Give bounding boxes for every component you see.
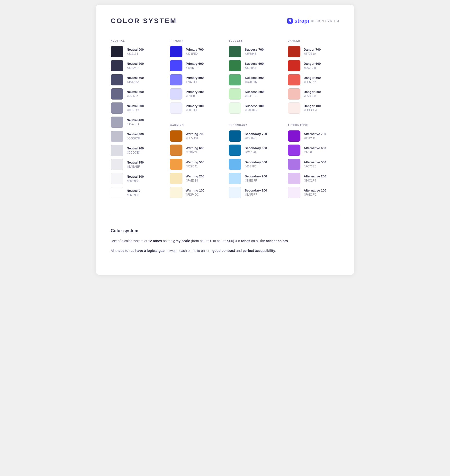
color-name: Secondary 700 bbox=[245, 132, 267, 136]
color-name: Neutral 100 bbox=[127, 174, 144, 179]
color-info: Warning 600#D9822F bbox=[186, 146, 205, 155]
color-name: Danger 700 bbox=[304, 47, 321, 52]
color-name: Success 100 bbox=[245, 104, 264, 108]
color-row: Alternative 100#F6ECFC bbox=[288, 187, 340, 198]
color-row: Neutral 800#32324D bbox=[111, 60, 162, 71]
description-title: Color system bbox=[111, 228, 339, 233]
color-info: Alternative 500#AC73E6 bbox=[304, 160, 326, 169]
color-row: Neutral 700#4A4A6A bbox=[111, 74, 162, 85]
color-swatch bbox=[170, 187, 182, 198]
color-info: Neutral 100#F6F6F9 bbox=[127, 174, 144, 183]
color-name: Warning 600 bbox=[186, 146, 205, 150]
color-info: Secondary 500#66B7F1 bbox=[245, 160, 267, 169]
color-swatch bbox=[288, 187, 300, 198]
color-info: Neutral 900#212134 bbox=[127, 47, 144, 56]
section-label-primary: PRIMARY bbox=[170, 39, 222, 42]
color-swatch bbox=[229, 60, 241, 71]
color-row: Danger 500#EE5E52 bbox=[288, 74, 340, 85]
color-hex: #4A4A6A bbox=[127, 80, 144, 84]
color-swatch bbox=[111, 117, 123, 128]
color-name: Primary 100 bbox=[186, 104, 204, 108]
brand: strapi DESIGN SYSTEM bbox=[287, 18, 339, 24]
color-swatch bbox=[229, 130, 241, 142]
section-label-danger: DANGER bbox=[288, 39, 340, 42]
color-name: Neutral 900 bbox=[127, 47, 144, 52]
color-info: Danger 100#FCECEA bbox=[304, 104, 321, 112]
strapi-logo-icon bbox=[287, 18, 293, 24]
color-swatch bbox=[288, 130, 300, 142]
color-hex: #F6ECFC bbox=[304, 193, 326, 197]
color-name: Neutral 200 bbox=[127, 146, 144, 151]
color-hex: #7B79FF bbox=[186, 80, 204, 84]
color-swatch bbox=[288, 88, 300, 100]
color-hex: #271FE0 bbox=[186, 52, 204, 56]
color-hex: #FAE7B9 bbox=[186, 179, 205, 183]
color-name: Primary 600 bbox=[186, 62, 204, 66]
color-row: Neutral 400#A5A5BA bbox=[111, 117, 162, 128]
color-row: Primary 500#7B79FF bbox=[170, 74, 222, 85]
color-row: Success 100#EAFBE7 bbox=[229, 102, 280, 114]
color-info: Success 700#2F6846 bbox=[245, 47, 264, 56]
color-row: Primary 100#F0F0FF bbox=[170, 102, 222, 114]
color-swatch bbox=[111, 131, 123, 142]
section-label-alternative: ALTERNATIVE bbox=[288, 124, 340, 127]
color-name: Neutral 0 bbox=[127, 189, 140, 193]
color-row: Secondary 500#66B7F1 bbox=[229, 159, 280, 170]
color-hex: #5CB176 bbox=[245, 80, 264, 84]
color-hex: #C6F0C2 bbox=[245, 94, 264, 98]
color-swatch bbox=[170, 102, 182, 114]
color-swatch bbox=[288, 102, 300, 114]
color-hex: #8312D1 bbox=[304, 136, 326, 140]
color-info: Warning 500#F29D41 bbox=[186, 160, 205, 169]
section-label-neutral: NEUTRAL bbox=[111, 39, 162, 42]
color-name: Neutral 700 bbox=[127, 76, 144, 80]
color-info: Success 100#EAFBE7 bbox=[245, 104, 264, 112]
color-row: Neutral 100#F6F6F9 bbox=[111, 173, 162, 184]
color-info: Success 500#5CB176 bbox=[245, 76, 264, 84]
color-row: Secondary 200#B8E1FF bbox=[229, 173, 280, 184]
color-name: Danger 500 bbox=[304, 76, 321, 80]
color-swatch bbox=[229, 102, 241, 114]
section-combined-primary-warning: PRIMARYPrimary 700#271FE0Primary 600#494… bbox=[170, 39, 222, 201]
color-swatch bbox=[229, 88, 241, 100]
color-info: Secondary 600#0C75AF bbox=[245, 146, 267, 155]
color-info: Alternative 700#8312D1 bbox=[304, 132, 326, 140]
color-info: Neutral 0#F6F6F9 bbox=[127, 189, 140, 197]
color-info: Warning 200#FAE7B9 bbox=[186, 174, 205, 183]
color-name: Secondary 500 bbox=[245, 160, 267, 165]
color-info: Warning 700#BE5D01 bbox=[186, 132, 205, 140]
color-row: Alternative 700#8312D1 bbox=[288, 130, 340, 142]
color-info: Danger 600#D02B20 bbox=[304, 62, 321, 70]
color-row: Warning 700#BE5D01 bbox=[170, 130, 222, 142]
color-info: Alternative 600#9736E8 bbox=[304, 146, 326, 155]
color-row: Success 500#5CB176 bbox=[229, 74, 280, 85]
color-hex: #D9D8FF bbox=[186, 94, 204, 98]
page-title: COLOR SYSTEM bbox=[111, 17, 177, 25]
color-row: Neutral 600#666687 bbox=[111, 88, 162, 100]
color-hex: #9736E8 bbox=[304, 150, 326, 155]
color-hex: #C0C0CF bbox=[127, 137, 144, 141]
color-info: Success 200#C6F0C2 bbox=[245, 90, 264, 98]
color-swatch bbox=[111, 74, 123, 85]
color-name: Warning 700 bbox=[186, 132, 205, 136]
color-hex: #32324D bbox=[127, 66, 144, 70]
color-hex: #BE5D01 bbox=[186, 136, 205, 140]
color-hex: #D02B20 bbox=[304, 66, 321, 70]
color-name: Success 500 bbox=[245, 76, 264, 80]
section-label-secondary: SECONDARY bbox=[229, 124, 280, 127]
color-swatch bbox=[170, 46, 182, 57]
color-row: Primary 700#271FE0 bbox=[170, 46, 222, 57]
color-name: Success 700 bbox=[245, 47, 264, 52]
color-row: Alternative 500#AC73E6 bbox=[288, 159, 340, 170]
color-swatch bbox=[170, 130, 182, 142]
color-hex: #4945FF bbox=[186, 66, 204, 70]
color-name: Secondary 100 bbox=[245, 188, 267, 193]
color-hex: #B8E1FF bbox=[245, 179, 267, 183]
color-hex: #212134 bbox=[127, 52, 144, 56]
color-name: Danger 200 bbox=[304, 90, 321, 94]
color-name: Primary 200 bbox=[186, 90, 204, 94]
color-row: Secondary 700#006096 bbox=[229, 130, 280, 142]
color-hex: #F0F0FF bbox=[186, 108, 204, 112]
color-name: Neutral 150 bbox=[127, 160, 144, 165]
color-swatch bbox=[111, 187, 123, 198]
